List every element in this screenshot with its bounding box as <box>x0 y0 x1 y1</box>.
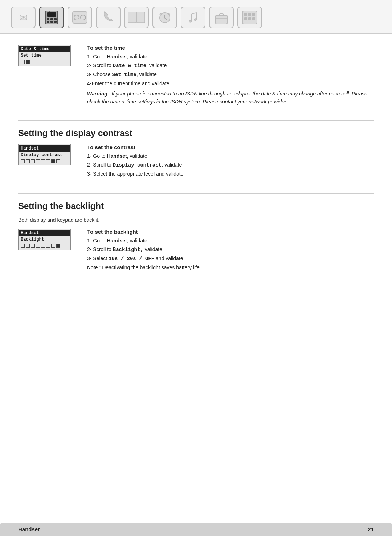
backlight-note: Note : Deactivating the backlight saves … <box>87 264 374 271</box>
contrast-screen: Handset Display contrast <box>18 144 76 179</box>
set-time-label: Set time <box>112 72 136 78</box>
set-time-instructions: To set the time 1- Go to Handset, valida… <box>87 45 374 106</box>
backlight-step-2: 2- Scroll to Backlight, validate <box>87 246 374 254</box>
warning-label: Warning <box>87 91 107 97</box>
screen-row-backlight: Backlight <box>19 236 70 243</box>
backlight-screen: Handset Backlight <box>18 229 76 273</box>
contrast-step-3: 3- Select the appropriate level and vali… <box>87 170 374 178</box>
screen-row-date-time: Date & time <box>19 46 70 52</box>
svg-point-8 <box>49 11 50 12</box>
svg-rect-13 <box>128 12 136 23</box>
backlight-step-1: 1- Go to Handset, validate <box>87 237 374 245</box>
svg-rect-12 <box>77 19 83 20</box>
grid-menu-icon[interactable] <box>237 7 262 28</box>
open-book-icon[interactable] <box>124 7 149 28</box>
phone-call-icon[interactable] <box>96 7 121 28</box>
screen-row-set-time: Set time <box>19 52 70 59</box>
svg-rect-29 <box>252 13 255 16</box>
step-1: 1- Go to Handset, validate <box>87 53 374 61</box>
dot-1 <box>21 60 25 64</box>
step-3: 3- Choose Set time, validate <box>87 71 374 79</box>
handset-icon[interactable] <box>39 7 64 28</box>
music-note-icon[interactable] <box>181 7 205 28</box>
backlight-instructions: To set the backlight 1- Go to Handset, v… <box>87 229 374 273</box>
divider-1 <box>18 120 374 121</box>
svg-rect-3 <box>50 18 53 20</box>
handset-label-1: Handset <box>107 54 127 60</box>
contrast-dots <box>19 158 70 164</box>
contrast-step-1: 1- Go to Handset, validate <box>87 152 374 160</box>
contrast-instructions: To set the contrast 1- Go to Handset, va… <box>87 144 374 179</box>
footer-page: 21 <box>368 526 374 532</box>
svg-rect-14 <box>137 12 145 23</box>
main-content: Date & time Set time To set the time 1- … <box>0 34 392 302</box>
svg-line-22 <box>192 13 197 14</box>
backlight-intro: Both display and keypad are backlit. <box>18 217 374 223</box>
backlight-section: Handset Backlight To set the backlight 1… <box>18 229 374 273</box>
svg-rect-27 <box>244 13 247 16</box>
set-time-section: Date & time Set time To set the time 1- … <box>18 45 374 106</box>
svg-rect-28 <box>248 13 251 16</box>
display-contrast-heading: Setting the display contrast <box>18 128 374 138</box>
top-icon-bar: ✉ <box>0 0 392 34</box>
warning-text-content: : If your phone is connected to an ISDN … <box>87 91 367 105</box>
backlight-heading: Setting the backlight <box>18 201 374 211</box>
date-time-label: Date & time <box>113 63 146 69</box>
backlight-step-3: 3- Select 10s / 20s / OFF and validate <box>87 255 374 263</box>
svg-rect-4 <box>54 18 57 20</box>
step-2: 2- Scroll to Date & time, validate <box>87 62 374 70</box>
bag-icon[interactable] <box>209 7 234 28</box>
svg-rect-7 <box>54 21 57 23</box>
display-contrast-label: Display contrast <box>113 162 162 168</box>
backlight-options: 10s / 20s / OFF <box>109 256 154 262</box>
contrast-sub-heading: To set the contrast <box>87 144 374 150</box>
backlight-label: Backlight, <box>113 247 143 253</box>
set-time-heading: To set the time <box>87 45 374 51</box>
voicemail-icon[interactable] <box>68 7 92 28</box>
handset-label-2: Handset <box>107 153 127 159</box>
screen-row-handset-2: Handset <box>19 230 70 236</box>
envelope-icon[interactable]: ✉ <box>11 7 36 28</box>
step-4: 4-Enter the current time and validate <box>87 80 374 87</box>
svg-rect-2 <box>47 18 49 20</box>
dot-2 <box>26 60 30 64</box>
svg-rect-32 <box>252 17 255 20</box>
screen-row-handset: Handset <box>19 145 70 152</box>
svg-rect-31 <box>248 17 251 20</box>
svg-rect-30 <box>244 17 247 20</box>
svg-rect-5 <box>47 21 49 23</box>
contrast-step-2: 2- Scroll to Display contrast, validate <box>87 161 374 169</box>
page-footer: Handset 21 <box>0 523 392 536</box>
backlight-dots <box>19 243 70 249</box>
backlight-sub-heading: To set the backlight <box>87 229 374 235</box>
handset-label-3: Handset <box>107 238 127 244</box>
set-time-screen: Date & time Set time <box>18 45 76 106</box>
svg-rect-1 <box>47 12 56 17</box>
svg-rect-24 <box>216 15 227 24</box>
footer-title: Handset <box>18 526 40 532</box>
warning-paragraph: Warning : If your phone is connected to … <box>87 90 374 106</box>
divider-2 <box>18 193 374 194</box>
contrast-section: Handset Display contrast To set the cont… <box>18 144 374 179</box>
alarm-icon[interactable] <box>152 7 177 28</box>
svg-rect-9 <box>73 12 87 23</box>
screen-row-display-contrast: Display contrast <box>19 152 70 158</box>
svg-rect-6 <box>50 21 53 23</box>
